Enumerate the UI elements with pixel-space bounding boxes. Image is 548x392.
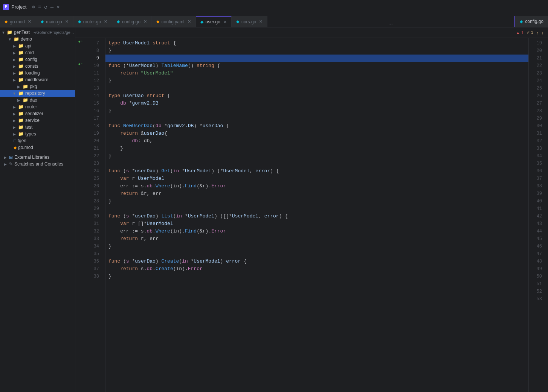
fn-span: TableName [161, 62, 188, 70]
tab-close-icon[interactable]: ✕ [104, 19, 107, 24]
sidebar-item-serializer[interactable]: ▶ 📁 serializer [0, 110, 75, 117]
globe-icon[interactable]: ⊕ [32, 4, 35, 10]
indent [108, 220, 120, 228]
project-icon: P [3, 4, 9, 10]
line-num-12: 12 [86, 77, 102, 85]
keyword-span: func [108, 213, 120, 220]
punct-span: { [241, 258, 247, 265]
line-num-22: 22 [86, 152, 102, 160]
sidebar-item-fgen[interactable]: □ fgen [0, 137, 75, 144]
punct-span: { [223, 122, 229, 130]
punct-span: , [144, 235, 150, 243]
tab-router-go[interactable]: ◆ router.go ✕ [73, 16, 112, 27]
right-line-num: 34 [529, 152, 545, 160]
tab-cors-go[interactable]: ◆ cors.go ✕ [232, 16, 267, 27]
punct-span [161, 122, 164, 130]
sidebar-item-pkg[interactable]: ▶ 📁 pkg [0, 83, 75, 90]
tab-config-yaml[interactable]: ◆ config.yaml ✕ [152, 16, 196, 27]
tab-close-icon[interactable]: ✕ [28, 19, 31, 24]
gutter-line-23 [75, 158, 86, 166]
minus-icon[interactable]: — [50, 4, 53, 10]
gutter-line-21 [75, 143, 86, 151]
file-icon: □ [14, 138, 16, 143]
punct-span: ( [170, 182, 173, 190]
op-span: * [185, 213, 188, 220]
sidebar-item-middleware[interactable]: ▶ 📁 middleware [0, 76, 75, 83]
chevron-right-icon: ▶ [17, 98, 21, 102]
right-line-num: 48 [529, 258, 545, 265]
sidebar-item-router[interactable]: ▶ 📁 router [0, 103, 75, 110]
sidebar-item-dao[interactable]: ▶ 📁 dao [0, 97, 75, 103]
space [120, 258, 123, 265]
punct-span: ). [206, 182, 212, 190]
sidebar-item-repository[interactable]: ▼ 📁 repository [0, 90, 75, 97]
empty-line [108, 85, 111, 92]
tab-close-icon[interactable]: ✕ [188, 19, 191, 24]
param-span: in [176, 213, 182, 220]
tab-close-icon[interactable]: ✕ [143, 19, 147, 24]
sidebar-item-loading[interactable]: ▶ 📁 loading [0, 70, 75, 76]
tab-config-go[interactable]: ◆ config.go ✕ [112, 16, 152, 27]
op-span: s [141, 265, 144, 273]
pinned-tab-label: config.go [525, 19, 543, 24]
sidebar-item-go-mod[interactable]: ◆ go.mod [0, 144, 75, 151]
refresh-icon[interactable]: ↺ [44, 4, 47, 10]
right-line-num: 35 [529, 160, 545, 167]
mod-file-icon: ◆ [14, 145, 17, 150]
sidebar-item-api[interactable]: ▶ 📁 api [0, 43, 75, 49]
arrow-down-icon[interactable]: ↓ [542, 30, 544, 35]
tab-overflow-button[interactable]: ⋯ [386, 21, 395, 27]
op-span: in [176, 265, 182, 273]
sidebar-item-label: cmd [25, 50, 34, 55]
punct-span: ( [173, 265, 176, 273]
title-bar: P Project ⊕ ≡ ↺ — ✕ [0, 0, 548, 14]
indent [108, 175, 120, 182]
sidebar-item-external-libraries[interactable]: ▶ ⊞ External Libraries [0, 154, 75, 161]
punct-span: } [108, 152, 111, 160]
sidebar-item-types[interactable]: ▶ 📁 types [0, 131, 75, 137]
sidebar-item-cmd[interactable]: ▶ 📁 cmd [0, 49, 75, 56]
sidebar-item-service[interactable]: ▶ 📁 service [0, 117, 75, 124]
tab-close-icon[interactable]: ✕ [65, 19, 69, 24]
code-line-9 [105, 55, 528, 62]
op-span: err [153, 190, 161, 198]
arrow-up-icon[interactable]: ↑ [536, 30, 539, 35]
chevron-right-icon: ▶ [12, 119, 17, 123]
punct-span: ( [170, 228, 173, 235]
sidebar-item-test[interactable]: ▶ 📁 test [0, 124, 75, 131]
line-num-17: 17 [86, 115, 102, 122]
chevron-right-icon: ▶ [12, 112, 17, 116]
tab-main-go[interactable]: ◆ main.go ✕ [36, 16, 73, 27]
type-span: error [226, 258, 241, 265]
code-content[interactable]: type UserModel struct { } func (*UserMod… [105, 38, 528, 392]
sidebar-item-label: loading [25, 70, 40, 76]
sidebar-item-scratches[interactable]: ▶ ✎ Scratches and Consoles [0, 161, 75, 167]
sidebar-project-root[interactable]: ▼ 📁 genTest ~/GolandProjects/ge... [0, 29, 75, 36]
type-span: UserModel [188, 213, 214, 220]
chevron-down-icon: ▼ [2, 30, 5, 35]
right-line-num: 45 [529, 235, 545, 243]
type-span: gormv2.DB [132, 100, 158, 107]
close-icon[interactable]: ✕ [56, 4, 60, 10]
code-line-34: } [105, 243, 528, 250]
right-line-num: 52 [529, 288, 545, 295]
tab-close-icon[interactable]: ✕ [223, 20, 227, 24]
punct-span: ). [179, 228, 185, 235]
punct-span: . [144, 228, 147, 235]
sidebar-item-consts[interactable]: ▶ 📁 consts [0, 63, 75, 70]
op-span: s [141, 182, 144, 190]
tab-go-mod[interactable]: ◆ go.mod ✕ [0, 16, 36, 27]
tab-user-go[interactable]: ◆ user.go ✕ [196, 16, 232, 27]
list-icon[interactable]: ≡ [38, 4, 41, 10]
sidebar-item-demo[interactable]: ▼ 📁 demo [0, 36, 75, 43]
code-line-11: return "UserModel" [105, 70, 528, 77]
chevron-right-icon: ▶ [3, 155, 8, 160]
type-span: UserModel [232, 213, 258, 220]
line-num-36: 36 [86, 258, 102, 265]
right-line-num: 32 [529, 137, 545, 145]
param-span: s [126, 213, 129, 220]
punct-span: ) [156, 62, 162, 70]
tab-close-icon[interactable]: ✕ [259, 19, 263, 24]
tab-pinned-config-go[interactable]: ◆ config.go [514, 16, 548, 27]
sidebar-item-config[interactable]: ▶ 📁 config [0, 56, 75, 63]
